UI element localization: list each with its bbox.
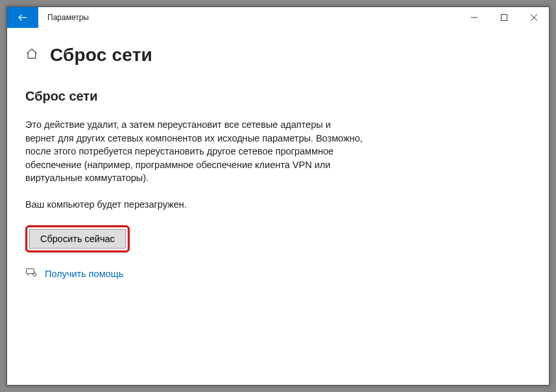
restart-notice: Ваш компьютер будет перезагружен.	[25, 199, 531, 210]
home-icon[interactable]	[25, 47, 38, 63]
help-chat-icon	[25, 267, 37, 281]
description-text: Это действие удалит, а затем переустанов…	[25, 118, 363, 185]
close-icon	[531, 14, 537, 21]
section-title: Сброс сети	[25, 89, 531, 104]
content-area: Сброс сети Сброс сети Это действие удали…	[7, 28, 549, 294]
minimize-icon	[471, 14, 477, 21]
reset-now-button[interactable]: Сбросить сейчас	[29, 229, 126, 249]
svg-point-5	[33, 273, 36, 276]
settings-window: Параметры Сброс сети Сброс сети	[6, 6, 550, 386]
arrow-left-icon	[17, 12, 29, 23]
minimize-button[interactable]	[459, 7, 489, 28]
help-row: Получить помощь	[25, 267, 531, 281]
title-bar: Параметры	[7, 7, 549, 28]
maximize-icon	[501, 14, 507, 21]
page-title: Сброс сети	[50, 45, 152, 66]
get-help-link[interactable]: Получить помощь	[45, 269, 123, 279]
app-title: Параметры	[38, 7, 89, 28]
page-heading-row: Сброс сети	[25, 45, 531, 66]
maximize-button[interactable]	[489, 7, 519, 28]
close-button[interactable]	[519, 7, 549, 28]
back-button[interactable]	[7, 7, 38, 28]
svg-rect-2	[502, 15, 507, 21]
window-controls	[459, 7, 549, 28]
highlight-annotation: Сбросить сейчас	[25, 225, 130, 252]
